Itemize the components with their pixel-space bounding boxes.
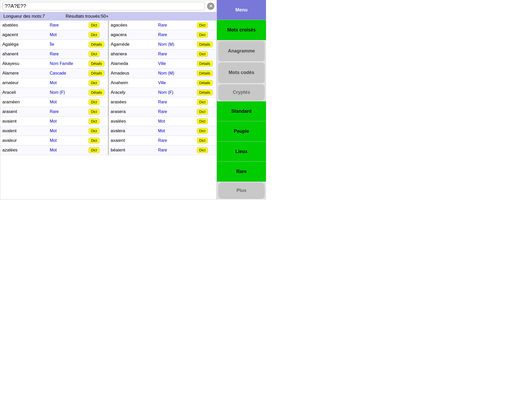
sidebar-item-standard[interactable]: Standard: [217, 101, 266, 121]
table-row: avaleur Mot Dict axaient Rare Dict: [0, 136, 216, 145]
btn1-cell[interactable]: Dict: [87, 126, 108, 136]
sidebar: Menu Mots croisés Anagramme Mots codés C…: [217, 0, 266, 200]
search-input[interactable]: [2, 2, 205, 10]
word1-cell: amateur: [0, 78, 48, 88]
dict-button-1[interactable]: Dict: [89, 128, 99, 134]
btn2-cell[interactable]: Détails: [195, 69, 216, 78]
word2-cell: agacera: [109, 30, 156, 40]
btn1-cell[interactable]: Détails: [87, 40, 108, 49]
dict-button-2[interactable]: Dict: [197, 147, 208, 153]
table-row: Agaléga Île Détails Agamède Nom (M) Déta…: [0, 40, 216, 49]
btn1-cell[interactable]: Dict: [87, 107, 108, 117]
dict-button-1[interactable]: Détails: [89, 70, 104, 76]
dict-button-1[interactable]: Détails: [89, 90, 104, 95]
clear-button[interactable]: ✕: [207, 3, 214, 10]
word2-cell: arasées: [109, 97, 156, 107]
dict-button-2[interactable]: Dict: [197, 109, 208, 115]
btn2-cell[interactable]: Détails: [195, 88, 216, 97]
btn2-cell[interactable]: Dict: [195, 97, 216, 107]
word2-cell: avalera: [109, 126, 156, 136]
dict-button-2[interactable]: Dict: [197, 51, 208, 57]
sidebar-item-plus[interactable]: Plus: [218, 183, 265, 199]
type1-cell: Rare: [48, 107, 87, 117]
sidebar-item-rare[interactable]: Rare: [217, 162, 266, 182]
dict-button-1[interactable]: Dict: [89, 118, 99, 124]
btn2-cell[interactable]: Dict: [195, 117, 216, 126]
btn2-cell[interactable]: Détails: [195, 59, 216, 69]
results-stat: Résultats trouvés:50+: [66, 14, 109, 19]
btn2-cell[interactable]: Dict: [195, 49, 216, 59]
sidebar-item-peuple[interactable]: Peuple: [217, 121, 266, 141]
btn2-cell[interactable]: Dict: [195, 145, 216, 155]
btn1-cell[interactable]: Détails: [87, 59, 108, 69]
results-table: abatées Rare Dict agacées Rare Dict agac…: [0, 21, 216, 155]
dict-button-2[interactable]: Dict: [197, 32, 208, 38]
sidebar-item-mots-croises[interactable]: Mots croisés: [217, 20, 266, 40]
dict-button-2[interactable]: Détails: [197, 42, 213, 47]
type2-cell: Mot: [156, 117, 195, 126]
word1-cell: Agaléga: [0, 40, 48, 49]
type2-cell: Rare: [156, 145, 195, 155]
type2-cell: Rare: [156, 136, 195, 145]
btn1-cell[interactable]: Dict: [87, 136, 108, 145]
btn2-cell[interactable]: Dict: [195, 30, 216, 40]
word1-cell: arasent: [0, 107, 48, 117]
dict-button-1[interactable]: Dict: [89, 51, 99, 57]
dict-button-2[interactable]: Détails: [197, 80, 213, 86]
dict-button-2[interactable]: Dict: [197, 22, 208, 28]
dict-button-1[interactable]: Dict: [89, 109, 99, 115]
type1-cell: Mot: [48, 30, 87, 40]
type2-cell: Rare: [156, 97, 195, 107]
results-area[interactable]: abatées Rare Dict agacées Rare Dict agac…: [0, 21, 216, 199]
word2-cell: Agamède: [109, 40, 156, 49]
dict-button-2[interactable]: Dict: [197, 128, 208, 134]
dict-button-2[interactable]: Détails: [197, 61, 213, 66]
btn1-cell[interactable]: Détails: [87, 69, 108, 78]
btn2-cell[interactable]: Dict: [195, 107, 216, 117]
menu-button[interactable]: Menu: [217, 0, 266, 20]
type1-cell: Rare: [48, 49, 87, 59]
btn1-cell[interactable]: Détails: [87, 88, 108, 97]
btn2-cell[interactable]: Détails: [195, 40, 216, 49]
dict-button-2[interactable]: Détails: [197, 90, 213, 95]
dict-button-1[interactable]: Dict: [89, 147, 99, 153]
btn1-cell[interactable]: Dict: [87, 145, 108, 155]
dict-button-1[interactable]: Dict: [89, 22, 99, 28]
dict-button-2[interactable]: Détails: [197, 70, 213, 76]
stats-bar: Longueur des mots:7 Résultats trouvés:50…: [0, 12, 216, 21]
dict-button-1[interactable]: Détails: [89, 42, 104, 47]
dict-button-1[interactable]: Détails: [89, 61, 104, 66]
word1-cell: ahanent: [0, 49, 48, 59]
sidebar-item-cryptes[interactable]: Cryptés: [218, 84, 265, 101]
sidebar-item-anagramme[interactable]: Anagramme: [218, 41, 265, 61]
btn1-cell[interactable]: Dict: [87, 21, 108, 30]
dict-button-2[interactable]: Dict: [197, 99, 208, 105]
type1-cell: Nom (F): [48, 88, 87, 97]
btn2-cell[interactable]: Dict: [195, 136, 216, 145]
word1-cell: azalées: [0, 145, 48, 155]
dict-button-1[interactable]: Dict: [89, 99, 99, 105]
dict-button-2[interactable]: Dict: [197, 138, 208, 143]
table-row: avalent Mot Dict avalera Mot Dict: [0, 126, 216, 136]
word2-cell: agacées: [109, 21, 156, 30]
sidebar-item-lieux[interactable]: Lieux: [217, 142, 266, 162]
btn1-cell[interactable]: Dict: [87, 117, 108, 126]
btn2-cell[interactable]: Dict: [195, 21, 216, 30]
table-row: agacent Mot Dict agacera Rare Dict: [0, 30, 216, 40]
btn1-cell[interactable]: Dict: [87, 78, 108, 88]
word2-cell: avalées: [109, 117, 156, 126]
dict-button-1[interactable]: Dict: [89, 80, 99, 86]
btn2-cell[interactable]: Détails: [195, 78, 216, 88]
dict-button-2[interactable]: Dict: [197, 118, 208, 124]
btn1-cell[interactable]: Dict: [87, 30, 108, 40]
table-row: ahanent Rare Dict ahanera Rare Dict: [0, 49, 216, 59]
dict-button-1[interactable]: Dict: [89, 32, 99, 38]
btn1-cell[interactable]: Dict: [87, 97, 108, 107]
btn2-cell[interactable]: Dict: [195, 126, 216, 136]
sidebar-item-mots-codes[interactable]: Mots codés: [218, 63, 265, 83]
dict-button-1[interactable]: Dict: [89, 138, 99, 143]
type1-cell: Mot: [48, 117, 87, 126]
clear-icon: ✕: [209, 4, 212, 9]
btn1-cell[interactable]: Dict: [87, 49, 108, 59]
type1-cell: Cascade: [48, 69, 87, 78]
